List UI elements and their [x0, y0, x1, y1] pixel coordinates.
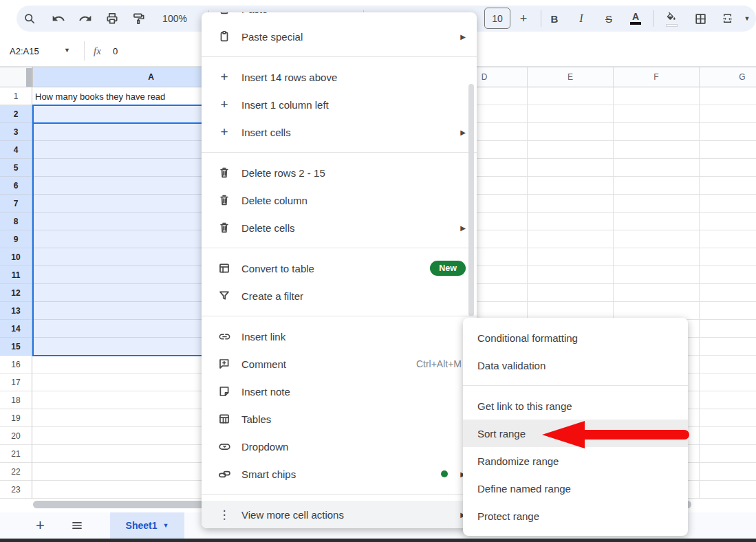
row-header-11[interactable]: 11 [0, 266, 32, 284]
row-header-6[interactable]: 6 [0, 177, 32, 195]
paste-special-icon [217, 12, 232, 15]
menu-item-delete-rows-2-15[interactable]: Delete rows 2 - 15 [202, 159, 477, 186]
submenu-item-define-named-range[interactable]: Define named range [463, 475, 688, 502]
row-header-10[interactable]: 10 [0, 248, 32, 266]
context-menu-clipped-top: PasteCtrl+V [202, 12, 477, 23]
row-header-3[interactable]: 3 [0, 123, 32, 141]
name-box-dropdown-arrow[interactable]: ▼ [64, 47, 70, 54]
paint-format-button[interactable] [127, 6, 151, 32]
borders-button[interactable] [689, 6, 712, 32]
all-sheets-button[interactable] [71, 519, 83, 532]
font-size-input[interactable]: 10 [484, 8, 510, 29]
menu-item-label: Create a filter [241, 290, 466, 302]
menu-item-view-more-cell-actions[interactable]: ⋮View more cell actions▶ [202, 501, 477, 528]
name-box[interactable]: A2:A15 [4, 36, 66, 66]
menu-item-label: Insert note [241, 386, 466, 398]
menu-item-create-a-filter[interactable]: Create a filter [202, 282, 477, 310]
sheet-tab-sheet1[interactable]: Sheet1 ▼ [110, 512, 184, 539]
select-all-bar [26, 68, 32, 87]
menu-item-label: Delete rows 2 - 15 [241, 167, 466, 179]
row-header-4[interactable]: 4 [0, 141, 32, 159]
row-header-23[interactable]: 23 [0, 481, 32, 499]
submenu-arrow-icon: ▶ [460, 33, 466, 41]
menu-item-insert-link[interactable]: Insert link [202, 323, 477, 350]
row-header-16[interactable]: 16 [0, 356, 32, 373]
menu-divider [202, 248, 477, 248]
menu-item-dropdown[interactable]: Dropdown [202, 433, 477, 460]
row-header-2[interactable]: 2 [0, 105, 32, 123]
sheet-tab-dropdown-arrow[interactable]: ▼ [163, 522, 169, 529]
menu-item-label: Paste special [241, 31, 456, 43]
menu-item-delete-column[interactable]: Delete column [202, 186, 477, 214]
menu-item-convert-to-table[interactable]: Convert to tableNew [202, 254, 477, 282]
trash-icon [217, 166, 232, 179]
row-header-13[interactable]: 13 [0, 302, 32, 320]
context-menu: PasteCtrl+V Paste special▶+Insert 14 row… [202, 12, 477, 528]
plus-icon: + [217, 98, 232, 111]
row-header-15[interactable]: 15 [0, 338, 32, 356]
row-header-12[interactable]: 12 [0, 284, 32, 302]
submenu-item-sort-range[interactable]: Sort range [463, 420, 688, 447]
row-header-21[interactable]: 21 [0, 445, 32, 463]
submenu-item-protect-range[interactable]: Protect range [463, 502, 688, 530]
menu-item-tables[interactable]: Tables [202, 405, 477, 433]
menu-item-label: Insert 1 column left [241, 99, 466, 111]
submenu-item-randomize-range[interactable]: Randomize range [463, 447, 688, 475]
row-header-19[interactable]: 19 [0, 409, 32, 427]
row-header-17[interactable]: 17 [0, 373, 32, 391]
row-header-22[interactable]: 22 [0, 463, 32, 481]
row-header-9[interactable]: 9 [0, 230, 32, 248]
fill-color-icon [665, 11, 678, 23]
menu-item-insert-1-column-left[interactable]: +Insert 1 column left [202, 91, 477, 118]
row-header-20[interactable]: 20 [0, 427, 32, 445]
menu-item-insert-cells[interactable]: +Insert cells▶ [202, 118, 477, 146]
cell-actions-submenu: Conditional formattingData validationGet… [463, 318, 688, 536]
submenu-item-get-link-to-this-range[interactable]: Get link to this range [463, 392, 688, 420]
menu-item-label: Tables [241, 413, 466, 425]
toolbar-divider [653, 10, 654, 27]
print-button[interactable] [100, 6, 124, 32]
add-sheet-button[interactable]: + [36, 517, 45, 534]
column-header-F[interactable]: F [613, 67, 699, 87]
bold-button[interactable]: B [543, 6, 566, 32]
row-header-18[interactable]: 18 [0, 391, 32, 409]
kebab-icon: ⋮ [217, 508, 232, 522]
submenu-item-data-validation[interactable]: Data validation [463, 351, 688, 379]
menu-item-paste-special[interactable]: Paste special▶ [202, 23, 477, 50]
menu-item-label: Dropdown [241, 441, 466, 453]
row-header-8[interactable]: 8 [0, 213, 32, 230]
italic-button[interactable]: I [570, 6, 593, 32]
menu-item-smart-chips[interactable]: Smart chips▶ [202, 460, 477, 488]
column-header-E[interactable]: E [527, 67, 613, 87]
menu-item-label: Paste [241, 12, 435, 15]
row-header-14[interactable]: 14 [0, 320, 32, 338]
row-header-7[interactable]: 7 [0, 195, 32, 213]
menu-item-insert-14-rows-above[interactable]: +Insert 14 rows above [202, 63, 477, 91]
menu-item-label: Insert link [241, 331, 466, 343]
column-header-G[interactable]: G [699, 67, 756, 87]
undo-button[interactable] [47, 6, 70, 32]
menu-item-insert-note[interactable]: Insert note [202, 378, 477, 405]
menu-item-paste[interactable]: PasteCtrl+V [202, 12, 477, 23]
zoom-control[interactable]: 100% [157, 6, 193, 32]
context-menu-scrollbar[interactable] [468, 84, 474, 316]
redo-button[interactable] [74, 6, 97, 32]
submenu-item-conditional-formatting[interactable]: Conditional formatting [463, 324, 688, 351]
search-button[interactable] [18, 6, 41, 32]
menu-item-comment[interactable]: CommentCtrl+Alt+M [202, 350, 477, 378]
comment-icon [217, 358, 232, 370]
strikethrough-button[interactable]: S [597, 6, 620, 32]
merge-cells-button[interactable] [715, 6, 739, 32]
text-color-button[interactable]: A [624, 6, 647, 32]
fill-color-button[interactable] [660, 6, 683, 32]
select-all-corner[interactable] [0, 67, 32, 87]
row-header-5[interactable]: 5 [0, 159, 32, 177]
grid-line [699, 87, 700, 499]
fx-icon: fx [94, 36, 101, 66]
search-icon [23, 12, 36, 25]
menu-item-delete-cells[interactable]: Delete cells▶ [202, 214, 477, 241]
merge-cells-dropdown-arrow[interactable]: ▼ [742, 6, 753, 32]
row-header-1[interactable]: 1 [0, 87, 32, 105]
formula-input[interactable]: 0 [113, 36, 118, 66]
increase-font-size-button[interactable]: + [516, 6, 531, 32]
